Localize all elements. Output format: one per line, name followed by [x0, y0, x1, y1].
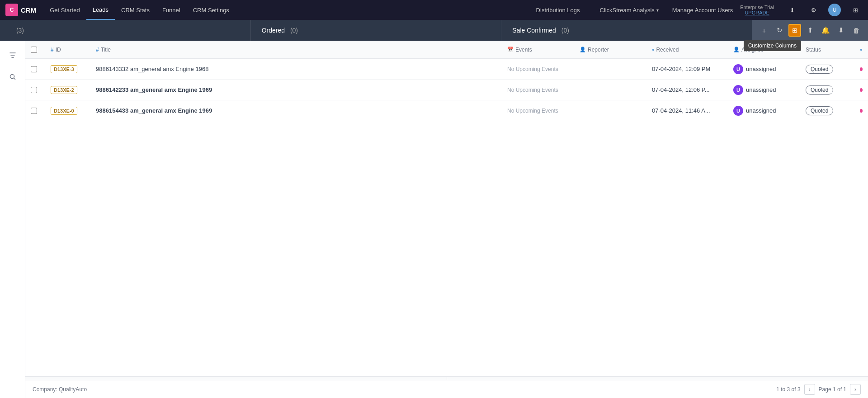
row2-assignee: U unassigned: [728, 85, 800, 95]
upload-button[interactable]: ⬆: [804, 24, 816, 37]
row3-extra: [854, 109, 868, 113]
enterprise-badge: Enterprise-Trial UPGRADE: [740, 5, 774, 15]
nav-crm-settings[interactable]: CRM Settings: [187, 0, 236, 20]
row2-checkbox-cell: [25, 87, 45, 93]
row3-checkbox[interactable]: [31, 108, 37, 114]
row3-checkbox-cell: [25, 108, 45, 114]
title-hash-icon: #: [96, 47, 99, 53]
grid-icon: ⊞: [853, 7, 858, 14]
row3-received: 07-04-2024, 11:46 A...: [646, 107, 728, 114]
app-name: CRM: [21, 6, 36, 14]
nav-distribution-logs[interactable]: Distribution Logs: [530, 0, 586, 20]
refresh-button[interactable]: ↻: [773, 24, 786, 37]
filter-icon[interactable]: [5, 48, 20, 62]
row2-id: D13XE-2: [45, 86, 90, 94]
nav-leads[interactable]: Leads: [86, 0, 115, 20]
select-all-checkbox[interactable]: [31, 47, 37, 53]
table-header: # ID # Title 📅 Events 👤 Reporter ● Recei…: [25, 41, 868, 59]
avatar[interactable]: U: [828, 4, 841, 16]
row2-extra: [854, 88, 868, 92]
top-navigation: C CRM Get Started Leads CRM Stats Funnel…: [0, 0, 868, 20]
header-checkbox: [25, 47, 45, 53]
header-extra: ●: [854, 47, 868, 52]
header-id: # ID: [45, 47, 90, 53]
footer: Company: QualityAuto 1 to 3 of 3 ‹ Page …: [25, 380, 868, 398]
status-bar: (3) Ordered (0) Sale Confirmed (0) + ↻ ⊞…: [0, 20, 868, 41]
assignee-person-icon: 👤: [733, 47, 740, 52]
id-hash-icon: #: [51, 47, 54, 53]
row1-status: Quoted: [800, 65, 854, 74]
table-row[interactable]: D13XE-0 9886154433 am_general amx Engine…: [25, 100, 868, 121]
nav-clickstream-analysis[interactable]: ClickStream Analysis ▾: [593, 0, 665, 20]
page-info: Page 1 of 1: [819, 386, 846, 393]
pagination-count: 1 to 3 of 3: [776, 386, 800, 393]
status-ordered[interactable]: Ordered (0): [251, 20, 502, 41]
download-icon-btn[interactable]: ⬇: [785, 3, 799, 17]
bell-button[interactable]: 🔔: [819, 24, 832, 37]
row1-events: No Upcoming Events: [502, 66, 574, 72]
sidebar: [0, 41, 25, 398]
extra-dot: [860, 109, 863, 113]
reporter-person-icon: 👤: [580, 47, 586, 52]
extra-dot-icon: ●: [860, 47, 862, 52]
assignee-avatar: U: [733, 106, 743, 116]
grid-icon-btn[interactable]: ⊞: [848, 3, 863, 17]
status-sale-confirmed[interactable]: Sale Confirmed (0): [501, 20, 752, 41]
row2-title: 9886142233 am_general amx Engine 1969: [90, 86, 502, 93]
scroll-area: [25, 376, 868, 380]
row1-checkbox[interactable]: [31, 66, 37, 72]
columns-icon: ⊞: [792, 27, 797, 34]
row2-checkbox[interactable]: [31, 87, 37, 93]
download-button[interactable]: ⬇: [835, 24, 847, 37]
header-events: 📅 Events: [502, 47, 574, 53]
status-actions: + ↻ ⊞ Customize Columns ⬆ 🔔 ⬇ 🗑: [752, 20, 868, 41]
nav-manage-account-users[interactable]: Manage Account Users: [672, 7, 733, 14]
prev-page-button[interactable]: ‹: [804, 384, 815, 395]
assignee-avatar: U: [733, 64, 743, 74]
assignee-avatar: U: [733, 85, 743, 95]
scroll-right[interactable]: [447, 377, 868, 380]
status-inbox[interactable]: (3): [0, 20, 251, 41]
header-assignee: 👤 Assignee: [728, 47, 800, 53]
table-row[interactable]: D13XE-3 9886143332 am_general amx Engine…: [25, 59, 868, 80]
add-button[interactable]: +: [758, 24, 770, 37]
row1-received: 07-04-2024, 12:09 PM: [646, 66, 728, 72]
nav-funnel[interactable]: Funnel: [156, 0, 187, 20]
row1-id: D13XE-3: [45, 65, 90, 73]
row3-status: Quoted: [800, 106, 854, 115]
row3-assignee: U unassigned: [728, 106, 800, 116]
row3-title: 9886154433 am_general amx Engine 1969: [90, 107, 502, 114]
row1-assignee: U unassigned: [728, 64, 800, 74]
table-row[interactable]: D13XE-2 9886142233 am_general amx Engine…: [25, 80, 868, 100]
row1-checkbox-cell: [25, 66, 45, 72]
delete-button[interactable]: 🗑: [850, 24, 863, 37]
header-status: Status: [800, 47, 854, 53]
nav-items: Get Started Leads CRM Stats Funnel CRM S…: [43, 0, 287, 20]
table-area: # ID # Title 📅 Events 👤 Reporter ● Recei…: [25, 41, 868, 398]
extra-dot: [860, 67, 863, 71]
header-reporter: 👤 Reporter: [574, 47, 646, 53]
row2-received: 07-04-2024, 12:06 P...: [646, 86, 728, 93]
received-dot-icon: ●: [652, 47, 654, 52]
app-logo[interactable]: C CRM: [5, 4, 36, 16]
customize-columns-button[interactable]: ⊞: [788, 24, 801, 37]
download-icon: ⬇: [790, 7, 795, 14]
row1-extra: [854, 67, 868, 71]
header-title: # Title: [90, 47, 502, 53]
row1-title: 9886143332 am_general amx Engine 1968: [90, 66, 502, 72]
row2-status: Quoted: [800, 85, 854, 95]
search-icon[interactable]: [5, 70, 20, 84]
nav-crm-stats[interactable]: CRM Stats: [115, 0, 156, 20]
next-page-button[interactable]: ›: [850, 384, 861, 395]
gear-icon: ⚙: [811, 7, 816, 14]
row3-id: D13XE-0: [45, 107, 90, 115]
table-body: D13XE-3 9886143332 am_general amx Engine…: [25, 59, 868, 376]
logo-icon: C: [5, 4, 18, 16]
nav-get-started[interactable]: Get Started: [43, 0, 86, 20]
row2-events: No Upcoming Events: [502, 87, 574, 93]
main-layout: # ID # Title 📅 Events 👤 Reporter ● Recei…: [0, 41, 868, 398]
header-received: ● Received: [646, 47, 728, 53]
company-label: Company: QualityAuto: [33, 386, 87, 393]
settings-icon-btn[interactable]: ⚙: [807, 3, 821, 17]
scroll-left[interactable]: [25, 377, 447, 380]
